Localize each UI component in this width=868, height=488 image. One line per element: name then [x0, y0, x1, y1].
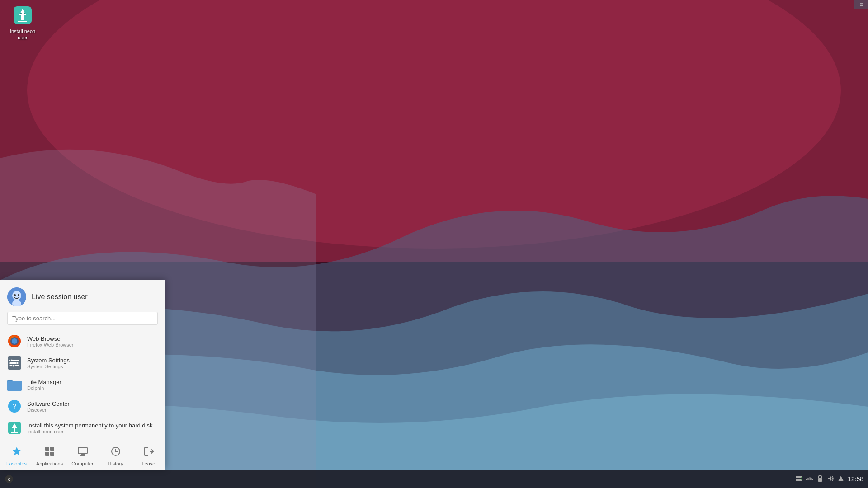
taskbar-left: K — [0, 470, 18, 488]
svg-marker-33 — [12, 447, 21, 455]
app-text-system-settings: System Settings System Settings — [27, 357, 70, 369]
app-name-file-manager: File Manager — [27, 379, 61, 385]
menu-nav: Favorites Applications Co — [0, 441, 165, 470]
app-name-install-system: Install this system permanently to your … — [27, 422, 152, 429]
nav-item-applications[interactable]: Applications — [33, 441, 66, 470]
install-system-icon — [7, 421, 22, 435]
app-item-software-center[interactable]: ? Software Center Discover — [0, 395, 165, 417]
nav-label-history: History — [108, 461, 123, 466]
desktop-icon-install-neon[interactable]: Install neonuser — [5, 5, 41, 41]
file-manager-icon — [7, 377, 22, 392]
nav-label-computer: Computer — [71, 461, 93, 466]
app-text-install-system: Install this system permanently to your … — [27, 422, 152, 434]
nav-label-leave: Leave — [142, 461, 156, 466]
app-item-file-manager[interactable]: File Manager Dolphin — [0, 374, 165, 395]
svg-point-7 — [24, 13, 25, 14]
svg-rect-40 — [80, 455, 85, 456]
app-name-system-settings: System Settings — [27, 357, 70, 364]
lock-icon[interactable] — [817, 475, 823, 483]
svg-rect-37 — [50, 452, 54, 456]
install-neon-icon — [12, 5, 33, 26]
svg-rect-5 — [18, 21, 27, 22]
svg-text:K: K — [7, 477, 11, 482]
app-subtitle-web-browser: Firefox Web Browser — [27, 342, 74, 347]
svg-rect-35 — [50, 447, 54, 451]
svg-point-49 — [801, 477, 802, 478]
svg-point-22 — [16, 362, 19, 364]
firefox-icon — [7, 334, 22, 348]
nav-item-leave[interactable]: Leave — [132, 441, 165, 470]
svg-marker-57 — [828, 476, 831, 481]
search-input[interactable] — [7, 312, 158, 325]
svg-point-50 — [801, 479, 802, 480]
app-text-web-browser: Web Browser Firefox Web Browser — [27, 335, 74, 347]
svg-rect-27 — [7, 381, 22, 390]
app-text-file-manager: File Manager Dolphin — [27, 379, 61, 391]
svg-marker-58 — [838, 476, 844, 481]
svg-rect-53 — [810, 478, 812, 480]
taskbar-right: 12:58 — [795, 475, 868, 483]
kde-logo: K — [5, 474, 14, 483]
user-avatar — [7, 287, 26, 306]
app-item-install-system[interactable]: Install this system permanently to your … — [0, 417, 165, 439]
app-list: Web Browser Firefox Web Browser System S… — [0, 328, 165, 441]
volume-icon[interactable] — [827, 475, 834, 483]
update-arrow-icon[interactable] — [838, 475, 844, 483]
user-name: Live session user — [32, 293, 88, 301]
app-name-software-center: Software Center — [27, 400, 70, 407]
applications-icon — [44, 446, 55, 460]
nav-item-computer[interactable]: Computer — [66, 441, 99, 470]
nav-label-favorites: Favorites — [6, 461, 27, 466]
nav-label-applications: Applications — [36, 461, 63, 466]
app-subtitle-software-center: Discover — [27, 407, 70, 413]
svg-rect-54 — [806, 479, 807, 480]
svg-point-6 — [20, 13, 22, 14]
svg-point-16 — [12, 338, 17, 344]
history-icon — [110, 446, 121, 460]
app-item-web-browser[interactable]: Web Browser Firefox Web Browser — [0, 330, 165, 352]
computer-icon — [77, 446, 88, 460]
system-settings-icon — [7, 356, 22, 370]
app-name-web-browser: Web Browser — [27, 335, 74, 342]
favorites-icon — [11, 446, 22, 460]
network-icon[interactable] — [806, 475, 813, 483]
svg-rect-36 — [45, 452, 49, 456]
software-center-icon: ? — [7, 399, 22, 413]
svg-text:?: ? — [13, 403, 17, 410]
app-subtitle-system-settings: System Settings — [27, 364, 70, 369]
svg-rect-56 — [818, 478, 822, 482]
svg-rect-55 — [812, 479, 813, 480]
svg-rect-52 — [807, 478, 809, 480]
app-subtitle-file-manager: Dolphin — [27, 385, 61, 391]
nav-item-favorites[interactable]: Favorites — [0, 441, 33, 470]
svg-rect-32 — [11, 432, 18, 433]
storage-icon[interactable] — [795, 475, 802, 483]
svg-point-10 — [14, 294, 16, 296]
svg-point-21 — [11, 359, 13, 361]
svg-rect-39 — [81, 454, 85, 455]
svg-rect-34 — [45, 447, 49, 451]
corner-menu-button[interactable]: ≡ — [854, 0, 868, 9]
taskbar: K 12:58 — [0, 470, 868, 488]
app-subtitle-install-system: Install neon user — [27, 429, 152, 434]
leave-icon — [143, 446, 154, 460]
app-item-system-settings[interactable]: System Settings System Settings — [0, 352, 165, 374]
app-text-software-center: Software Center Discover — [27, 400, 70, 413]
svg-point-11 — [18, 294, 19, 296]
taskbar-time: 12:58 — [848, 475, 863, 483]
nav-item-history[interactable]: History — [99, 441, 132, 470]
application-menu-panel: Live session user — [0, 280, 165, 470]
menu-user-header: Live session user — [0, 280, 165, 312]
svg-rect-38 — [78, 447, 87, 454]
svg-point-23 — [13, 365, 15, 367]
desktop-icon-label: Install neonuser — [10, 28, 35, 41]
